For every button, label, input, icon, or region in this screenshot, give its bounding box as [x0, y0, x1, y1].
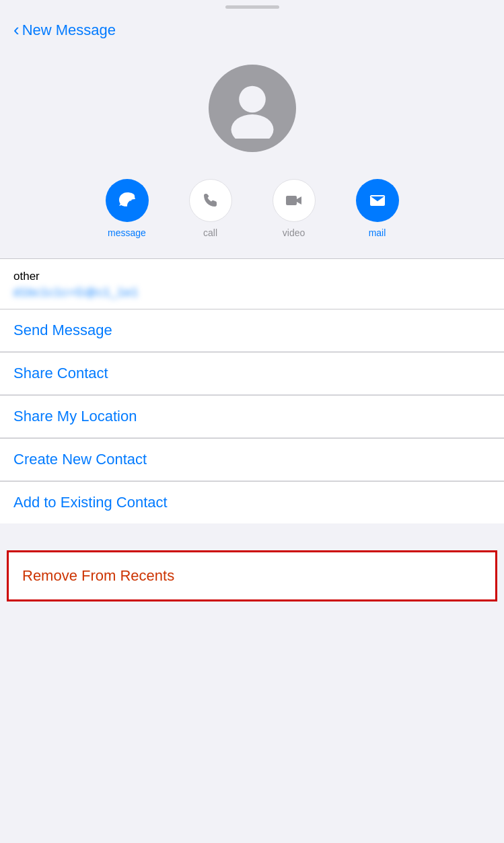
back-chevron-icon: ‹ — [13, 21, 20, 38]
mail-action: mail — [356, 179, 399, 238]
message-action: message — [106, 179, 149, 238]
create-contact-label: Create New Contact — [13, 451, 147, 468]
svg-point-3 — [126, 199, 128, 201]
status-bar-pill — [225, 5, 279, 9]
contact-type-label: other — [13, 270, 491, 283]
send-message-item[interactable]: Send Message — [0, 309, 504, 352]
message-label: message — [108, 227, 146, 238]
mail-button[interactable] — [356, 179, 399, 222]
svg-point-4 — [129, 199, 131, 201]
svg-point-0 — [239, 86, 266, 113]
call-icon — [201, 191, 220, 210]
spacer — [0, 523, 504, 550]
back-label: New Message — [22, 22, 116, 39]
share-contact-item[interactable]: Share Contact — [0, 353, 504, 395]
video-action: video — [273, 179, 316, 238]
video-label: video — [283, 227, 305, 238]
status-bar — [0, 0, 504, 13]
contact-info-block: other d1bc1c1c=G@c1_1e1 — [0, 259, 504, 309]
add-existing-label: Add to Existing Contact — [13, 494, 168, 511]
menu-section: Send Message Share Contact Share My Loca… — [0, 309, 504, 523]
action-buttons-section: message call video mail — [0, 166, 504, 258]
remove-from-recents-label: Remove From Recents — [9, 552, 495, 599]
avatar-section — [0, 44, 504, 166]
contact-email: d1bc1c1c=G@c1_1e1 — [13, 286, 491, 299]
video-icon — [285, 191, 303, 210]
svg-point-1 — [231, 114, 273, 139]
message-button[interactable] — [106, 179, 149, 222]
share-location-label: Share My Location — [13, 408, 137, 425]
send-message-label: Send Message — [13, 322, 112, 338]
contact-section: other d1bc1c1c=G@c1_1e1 — [0, 258, 504, 309]
call-action: call — [189, 179, 232, 238]
call-label: call — [203, 227, 217, 238]
video-button[interactable] — [273, 179, 316, 222]
message-icon — [118, 191, 137, 210]
person-silhouette-icon — [222, 78, 283, 139]
svg-rect-5 — [286, 196, 297, 205]
avatar — [209, 65, 296, 152]
mail-label: mail — [369, 227, 386, 238]
nav-bar: ‹ New Message — [0, 13, 504, 44]
add-existing-item[interactable]: Add to Existing Contact — [0, 482, 504, 523]
svg-point-2 — [122, 199, 124, 201]
back-button[interactable]: ‹ New Message — [13, 22, 116, 39]
mail-icon — [368, 191, 387, 210]
call-button[interactable] — [189, 179, 232, 222]
share-location-item[interactable]: Share My Location — [0, 396, 504, 438]
share-contact-label: Share Contact — [13, 365, 108, 381]
remove-from-recents-section[interactable]: Remove From Recents — [7, 550, 497, 601]
create-contact-item[interactable]: Create New Contact — [0, 439, 504, 481]
